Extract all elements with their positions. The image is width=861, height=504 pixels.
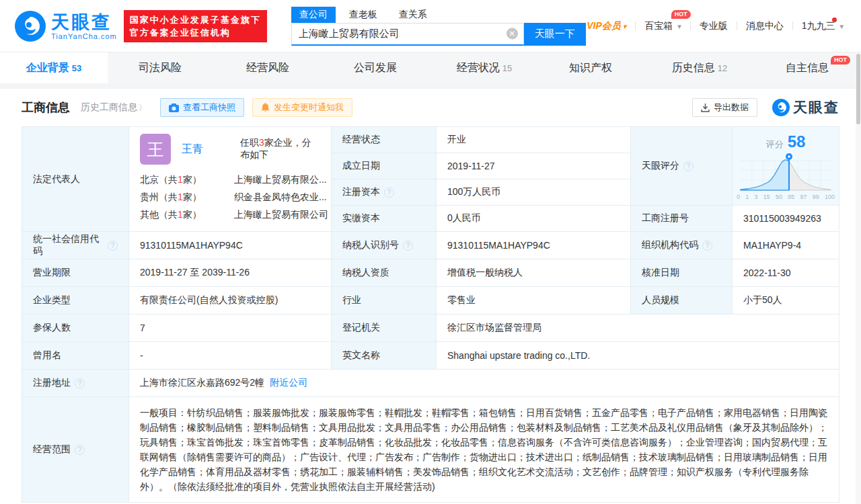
nearby-companies-link[interactable]: 附近公司 <box>270 377 307 389</box>
tab-label: 司法风险 <box>139 61 182 75</box>
avatar[interactable]: 王 <box>140 134 171 165</box>
scrollbar[interactable] <box>856 52 861 504</box>
label-text: 注册地址 <box>33 377 71 389</box>
value-former-name: - <box>129 342 331 369</box>
tab-label: 经营状况 <box>457 61 500 75</box>
info-icon[interactable] <box>683 161 694 171</box>
menu-toolbox[interactable]: 百宝箱 HOT <box>644 20 681 32</box>
search-tab-boss[interactable]: 查老板 <box>341 7 385 23</box>
watermark-logo: 天眼查 <box>772 98 839 117</box>
score-heading: 评分58 <box>766 132 806 151</box>
value-business-scope: 一般项目：针纺织品销售；服装服饰批发；服装服饰零售；鞋帽批发；鞋帽零售；箱包销售… <box>129 397 839 502</box>
tick: 100 <box>825 194 835 200</box>
region-name: 其他（共1家） <box>140 206 234 223</box>
search-tab-company[interactable]: 查公司 <box>291 7 336 23</box>
divider <box>792 22 793 30</box>
label-former-name: 曾用名 <box>22 342 128 369</box>
divider <box>690 22 691 30</box>
label-paid-capital: 实缴资本 <box>332 206 436 231</box>
menu-pro-version[interactable]: 专业版 <box>700 20 728 32</box>
tianyancha-logo-icon <box>15 11 46 42</box>
label-taxpayer-qualification: 纳税人资质 <box>332 259 436 286</box>
logo[interactable]: 天眼查 TianYanCha.com <box>15 11 117 42</box>
hot-badge-self-info: HOT <box>831 56 850 65</box>
gov-certification-badge: 国家中小企业发展子基金旗下 官方备案企业征信机构 <box>124 10 267 42</box>
export-data-button[interactable]: 导出数据 <box>692 98 757 117</box>
label-approval-date: 核准日期 <box>631 259 732 286</box>
tick: 15 <box>763 194 770 200</box>
value-organization-code: MA1HAYP9-4 <box>733 232 839 259</box>
value-industry: 零售业 <box>437 287 630 314</box>
menu-username[interactable]: 1九九三 <box>802 20 844 32</box>
search-box: 天眼一下 <box>291 23 586 46</box>
region-company: 织金县金凤特色农业... <box>234 188 327 206</box>
legal-rep-note: 任职3家企业，分布如下 <box>240 137 320 161</box>
score-axis-ticks: 0131550859799100 <box>737 194 835 200</box>
company-nav-tabs: 企业背景53 司法风险 经营风险 公司发展 经营状况15 知识产权 历史信息12… <box>0 52 861 83</box>
value-registered-address: 上海市徐汇区永嘉路692号2幢 附近公司 <box>129 370 839 396</box>
tab-intellectual-property[interactable]: 知识产权 <box>538 52 646 83</box>
info-icon[interactable] <box>384 187 394 198</box>
tab-judicial-risk[interactable]: 司法风险 <box>108 52 215 83</box>
label-registered-capital: 注册资本 <box>332 179 436 205</box>
menu-message-center[interactable]: 消息中心 <box>746 20 784 32</box>
tab-operation-risk[interactable]: 经营风险 <box>215 52 323 83</box>
search-tabs: 查公司 查老板 查关系 <box>291 7 586 23</box>
bell-icon <box>261 103 270 112</box>
label-unified-credit-code: 统一社会信用代码 <box>22 232 128 259</box>
page: 天眼查 TianYanCha.com 国家中小企业发展子基金旗下 官方备案企业征… <box>0 0 861 504</box>
label-insured-count: 参保人数 <box>22 314 128 341</box>
search-button[interactable]: 天眼一下 <box>524 23 586 46</box>
hot-badge-toolbox: HOT <box>671 10 691 19</box>
label-taxpayer-id: 纳税人识别号 <box>332 232 436 259</box>
value-staff-size: 小于50人 <box>733 287 839 314</box>
tab-history-info[interactable]: 历史信息12 <box>646 52 753 83</box>
clear-search-icon[interactable] <box>507 28 518 40</box>
menu-vip[interactable]: VIP会员 <box>587 20 626 32</box>
section-title: 工商信息 <box>22 99 70 116</box>
info-icon[interactable] <box>108 241 118 251</box>
scrollbar-thumb[interactable] <box>856 54 860 124</box>
score-prefix: 评分 <box>766 139 784 149</box>
label-tianyan-score: 天眼评分 <box>631 127 732 205</box>
snapshot-button[interactable]: 查看工商快照 <box>160 98 244 117</box>
region-company: 上海瞰上贸易有限公司 <box>234 206 328 223</box>
region-label: 其他 <box>140 209 159 220</box>
tab-company-background[interactable]: 企业背景53 <box>0 52 108 83</box>
legal-rep-name-link[interactable]: 王青 <box>182 142 240 157</box>
label-industry: 行业 <box>332 287 436 314</box>
notification-dot <box>832 17 837 22</box>
count-suffix: 家） <box>183 192 202 202</box>
tick: 3 <box>754 194 757 200</box>
logo-subtitle: TianYanCha.com <box>51 32 117 40</box>
notify-on-change-button[interactable]: 发生变更时通知我 <box>252 98 352 117</box>
label-text: 组织机构代码 <box>642 239 698 251</box>
info-icon[interactable] <box>403 241 413 251</box>
tab-count: 12 <box>718 63 727 73</box>
info-icon[interactable] <box>75 445 85 455</box>
value-paid-capital: 0人民币 <box>437 206 630 231</box>
label-legal-representative: 法定代表人 <box>22 127 128 231</box>
tick: 0 <box>737 194 740 200</box>
search-input[interactable] <box>292 24 523 44</box>
tab-company-development[interactable]: 公司发展 <box>323 52 430 83</box>
region-name: 贵州（共1家） <box>140 188 234 206</box>
value-unified-credit-code: 91310115MA1HAYP94C <box>129 232 331 259</box>
tab-operation-status[interactable]: 经营状况15 <box>430 52 538 83</box>
watermark-logo-icon <box>772 99 790 116</box>
value-taxpayer-qualification: 增值税一般纳税人 <box>437 259 630 286</box>
label-registration-authority: 登记机关 <box>332 314 436 341</box>
search-tab-relation[interactable]: 查关系 <box>391 7 435 23</box>
info-icon[interactable] <box>702 241 712 251</box>
count-prefix: （共 <box>159 174 178 185</box>
info-icon[interactable] <box>75 378 85 388</box>
tick: 97 <box>800 194 807 200</box>
score-chart-cell[interactable]: 评分58 0131550859799100 <box>733 127 839 205</box>
tab-self-info[interactable]: 自主信息 HOT <box>753 52 861 83</box>
count-prefix: （共 <box>159 209 178 220</box>
username-label: 1九九三 <box>802 20 835 31</box>
history-business-info-link[interactable]: 历史工商信息 <box>81 101 147 114</box>
label-business-scope: 经营范围 <box>22 397 128 502</box>
export-button-label: 导出数据 <box>714 101 749 114</box>
address-text: 上海市徐汇区永嘉路692号2幢 <box>140 377 264 389</box>
